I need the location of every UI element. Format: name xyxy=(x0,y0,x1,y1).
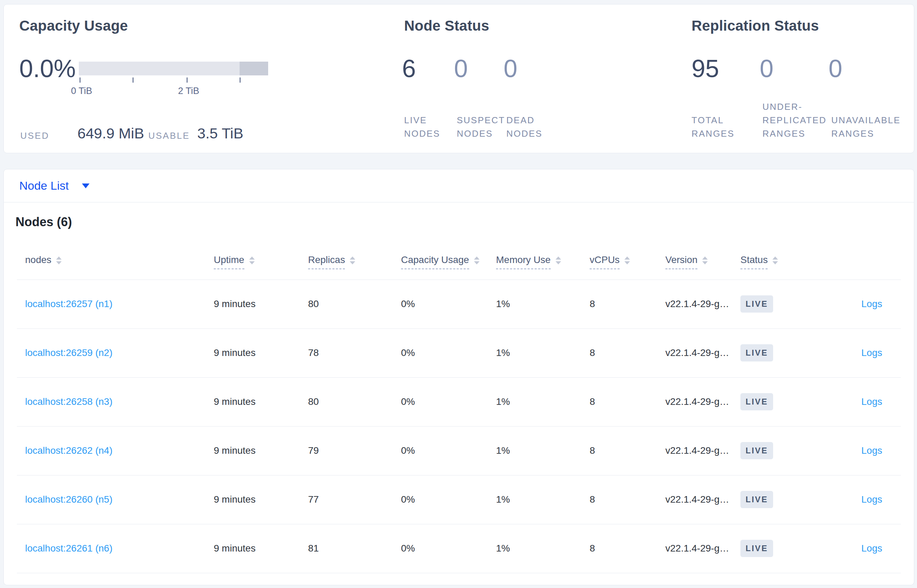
node-link[interactable]: localhost:26260 (n5) xyxy=(25,494,113,505)
column-header-nodes[interactable]: nodes xyxy=(17,242,214,279)
memory-use-cell: 1% xyxy=(496,377,590,426)
logs-cell: Logs xyxy=(816,524,901,573)
nodes-section-title: Nodes (6) xyxy=(16,215,72,229)
node-link[interactable]: localhost:26258 (n3) xyxy=(25,396,113,407)
used-value: 649.9 MiB xyxy=(77,125,144,142)
under-replicated-ranges-label: UNDER-REPLICATED RANGES xyxy=(762,100,836,141)
status-cell: LIVE xyxy=(740,377,816,426)
usable-value: 3.5 TiB xyxy=(197,125,243,142)
live-nodes-count: 6 xyxy=(402,55,416,82)
replication-status-title: Replication Status xyxy=(691,18,819,34)
logs-cell: Logs xyxy=(816,279,901,328)
capacity-usage-cell: 0% xyxy=(401,328,496,377)
capacity-usage-cell: 0% xyxy=(401,426,496,475)
live-nodes-label: LIVE NODES xyxy=(404,114,452,141)
memory-use-cell: 1% xyxy=(496,426,590,475)
logs-cell: Logs xyxy=(816,475,901,524)
suspect-nodes-label: SUSPECT NODES xyxy=(457,114,512,141)
caret-down-icon xyxy=(82,184,89,188)
status-badge: LIVE xyxy=(740,540,773,557)
column-header-version[interactable]: Version xyxy=(665,242,740,279)
table-header-row: nodes Uptime Replicas Capacity Usage Mem… xyxy=(17,242,901,279)
node-address-cell: localhost:26261 (n6) xyxy=(17,524,214,573)
capacity-usage-title: Capacity Usage xyxy=(19,18,128,34)
version-cell: v22.1.4-29-g… xyxy=(665,377,740,426)
logs-link[interactable]: Logs xyxy=(861,347,882,358)
replicas-cell: 80 xyxy=(308,279,401,328)
node-link[interactable]: localhost:26259 (n2) xyxy=(25,347,113,358)
logs-cell: Logs xyxy=(816,328,901,377)
capacity-axis-tick xyxy=(187,78,187,82)
capacity-axis-label: 2 TiB xyxy=(178,86,199,96)
table-row: localhost:26257 (n1) 9 minutes 80 0% 1% … xyxy=(17,279,901,328)
unavailable-ranges-count: 0 xyxy=(828,55,842,82)
dead-nodes-label: DEAD NODES xyxy=(506,114,562,141)
logs-link[interactable]: Logs xyxy=(861,299,882,309)
status-cell: LIVE xyxy=(740,279,816,328)
capacity-bar xyxy=(79,61,268,75)
column-header-replicas[interactable]: Replicas xyxy=(308,242,401,279)
capacity-axis-tick xyxy=(240,78,241,82)
db-console-overview: Capacity Usage 0.0% 0 TiB 2 TiB USED 649… xyxy=(0,0,917,588)
table-row: localhost:26261 (n6) 9 minutes 81 0% 1% … xyxy=(17,524,901,573)
sort-icon xyxy=(772,257,778,264)
column-header-capacity-usage[interactable]: Capacity Usage xyxy=(401,242,496,279)
sort-icon xyxy=(56,257,61,264)
node-list-dropdown[interactable]: Node List xyxy=(3,169,914,202)
logs-link[interactable]: Logs xyxy=(861,494,882,505)
memory-use-cell: 1% xyxy=(496,475,590,524)
suspect-nodes-count: 0 xyxy=(454,55,468,82)
status-badge: LIVE xyxy=(740,491,773,508)
uptime-cell: 9 minutes xyxy=(214,328,308,377)
column-header-logs xyxy=(816,242,901,279)
node-address-cell: localhost:26259 (n2) xyxy=(17,328,214,377)
logs-link[interactable]: Logs xyxy=(861,543,882,554)
node-link[interactable]: localhost:26261 (n6) xyxy=(25,543,113,554)
node-link[interactable]: localhost:26257 (n1) xyxy=(25,299,113,309)
nodes-table: nodes Uptime Replicas Capacity Usage Mem… xyxy=(17,242,901,573)
table-row: localhost:26259 (n2) 9 minutes 78 0% 1% … xyxy=(17,328,901,377)
version-cell: v22.1.4-29-g… xyxy=(665,524,740,573)
column-header-vcpus[interactable]: vCPUs xyxy=(590,242,665,279)
capacity-usage-cell: 0% xyxy=(401,377,496,426)
vcpus-cell: 8 xyxy=(590,328,665,377)
vcpus-cell: 8 xyxy=(590,524,665,573)
replicas-cell: 80 xyxy=(308,377,401,426)
node-list-dropdown-label: Node List xyxy=(19,179,69,192)
used-label: USED xyxy=(20,131,49,141)
vcpus-cell: 8 xyxy=(590,279,665,328)
status-badge: LIVE xyxy=(740,442,773,459)
status-badge: LIVE xyxy=(740,393,773,410)
node-address-cell: localhost:26258 (n3) xyxy=(17,377,214,426)
replicas-cell: 81 xyxy=(308,524,401,573)
uptime-cell: 9 minutes xyxy=(214,524,308,573)
usable-label: USABLE xyxy=(149,131,190,141)
logs-cell: Logs xyxy=(816,426,901,475)
capacity-axis-tick xyxy=(79,78,81,82)
sort-icon xyxy=(555,257,561,264)
version-cell: v22.1.4-29-g… xyxy=(665,328,740,377)
version-cell: v22.1.4-29-g… xyxy=(665,426,740,475)
logs-link[interactable]: Logs xyxy=(861,445,882,456)
column-header-status[interactable]: Status xyxy=(740,242,816,279)
node-link[interactable]: localhost:26262 (n4) xyxy=(25,445,113,456)
status-badge: LIVE xyxy=(740,296,773,313)
nodes-card: Nodes (6) nodes Uptime Replicas Capacity… xyxy=(3,202,914,585)
table-body: localhost:26257 (n1) 9 minutes 80 0% 1% … xyxy=(17,279,901,573)
memory-use-cell: 1% xyxy=(496,279,590,328)
memory-use-cell: 1% xyxy=(496,524,590,573)
table-row: localhost:26258 (n3) 9 minutes 80 0% 1% … xyxy=(17,377,901,426)
column-header-uptime[interactable]: Uptime xyxy=(214,242,308,279)
capacity-axis-label: 0 TiB xyxy=(71,86,92,96)
column-header-memory-use[interactable]: Memory Use xyxy=(496,242,590,279)
unavailable-ranges-label: UNAVAILABLE RANGES xyxy=(831,114,917,141)
logs-link[interactable]: Logs xyxy=(861,396,882,407)
uptime-cell: 9 minutes xyxy=(214,426,308,475)
replicas-cell: 77 xyxy=(308,475,401,524)
replicas-cell: 79 xyxy=(308,426,401,475)
total-ranges-label: TOTAL RANGES xyxy=(691,114,757,141)
sort-icon xyxy=(702,257,708,264)
memory-use-cell: 1% xyxy=(496,328,590,377)
replicas-cell: 78 xyxy=(308,328,401,377)
sort-icon xyxy=(625,257,630,264)
